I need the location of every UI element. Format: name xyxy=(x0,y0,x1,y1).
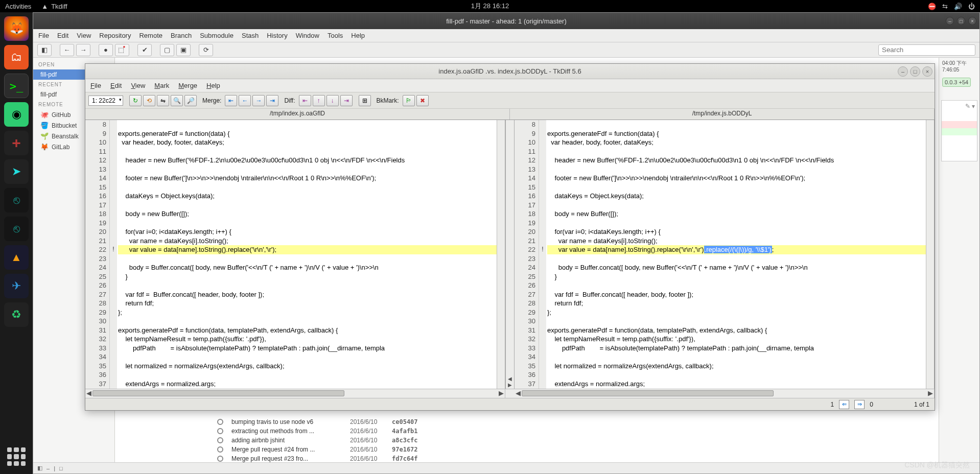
left-vscrollbar[interactable] xyxy=(497,120,505,389)
dock-telegram-icon[interactable]: ✈ xyxy=(4,274,29,298)
git-menu-repository[interactable]: Repository xyxy=(99,32,131,39)
dock-terminal-icon[interactable]: >_ xyxy=(4,74,29,98)
git-menu-file[interactable]: File xyxy=(38,32,49,39)
git-edit-icon[interactable]: ✎ ▾ xyxy=(965,103,975,110)
right-vscrollbar[interactable] xyxy=(926,120,934,389)
git-diff-badge[interactable]: 0.0.3 +54 xyxy=(942,78,971,87)
diff-next-button[interactable]: ↓ xyxy=(326,95,339,106)
merge-right-button[interactable]: → xyxy=(252,95,265,106)
diff-prev-button[interactable]: ↑ xyxy=(313,95,325,106)
commit-row[interactable]: extracting out methods from ...2016/6/10… xyxy=(217,426,418,436)
dock-gitkraken2-icon[interactable]: ⎋ xyxy=(4,217,29,241)
left-code[interactable]: exports.generateFdf = function(data) { v… xyxy=(117,120,497,389)
git-search-input[interactable] xyxy=(878,44,975,56)
status-skip-icon[interactable]: ⛔ xyxy=(928,3,936,10)
reload-button[interactable]: ↻ xyxy=(129,95,142,106)
git-status-item[interactable]: ◧ xyxy=(37,465,42,471)
commit-row[interactable]: adding airbnb jshint2016/6/10a8c3cfc xyxy=(217,436,418,445)
tkdiff-close-button[interactable]: × xyxy=(922,66,932,77)
git-menu-help[interactable]: Help xyxy=(351,32,365,39)
reload-both-button[interactable]: ⟲ xyxy=(143,95,155,106)
git-menu-window[interactable]: Window xyxy=(296,32,319,39)
tkdiff-menu-edit[interactable]: Edit xyxy=(110,82,122,89)
git-box2-button[interactable]: ▣ xyxy=(176,44,191,56)
dock-apps-grid-icon[interactable] xyxy=(4,444,29,469)
tkdiff-toolbar: 1: 22c22 ↻ ⟲ ⇋ 🔍 🔎 Merge: ⇤ ← → ⇥ Diff: … xyxy=(85,92,935,109)
tkdiff-menu-file[interactable]: File xyxy=(90,82,101,89)
split-button[interactable]: ⇋ xyxy=(157,95,169,106)
dock-gitplus-icon[interactable]: + xyxy=(4,131,29,155)
activities-button[interactable]: Activities xyxy=(5,3,31,10)
tkdiff-maximize-button[interactable]: □ xyxy=(910,66,920,77)
dock-trash-icon[interactable]: ♻ xyxy=(4,302,29,327)
sound-icon[interactable]: 🔊 xyxy=(954,3,962,10)
right-pane[interactable]: 8 9 10 11 12 13 14 15 16 17 18 19 20 21 … xyxy=(515,120,935,389)
dock-firefox-icon[interactable]: 🦊 xyxy=(4,16,29,41)
dock-files-icon[interactable]: 🗂 xyxy=(4,45,29,69)
commit-row[interactable]: bumping travis to use node v62016/6/10ce… xyxy=(217,417,418,426)
bookmark-add-button[interactable]: 🏳 xyxy=(403,95,415,106)
find-next-button[interactable]: 🔎 xyxy=(184,95,197,106)
git-minimize-button[interactable]: – xyxy=(946,17,954,25)
nav-count-left: 1 xyxy=(831,401,834,408)
dock-git-icon[interactable]: ◉ xyxy=(4,102,29,127)
diff-last-button[interactable]: ⇥ xyxy=(340,95,353,106)
git-close-button[interactable]: × xyxy=(968,17,976,25)
tkdiff-titlebar: index.js.oaGflD .vs. index.js.bODDyL - T… xyxy=(85,64,935,79)
git-menu-view[interactable]: View xyxy=(77,32,91,39)
bookmark-clear-button[interactable]: ✖ xyxy=(416,95,429,106)
left-hscrollbar[interactable]: ◀▶ xyxy=(85,389,505,398)
tkdiff-menu-mark[interactable]: Mark xyxy=(154,82,169,89)
change-selector[interactable]: 1: 22c22 xyxy=(88,96,123,106)
dock-tkdiff-icon[interactable]: ▲ xyxy=(4,245,29,270)
center-button[interactable]: ⊞ xyxy=(359,95,371,106)
git-menu-tools[interactable]: Tools xyxy=(328,32,343,39)
right-hscrollbar[interactable]: ◀▶ xyxy=(515,389,935,398)
git-sidebar-toggle[interactable]: ◧ xyxy=(37,44,52,56)
git-status-item-2[interactable]: – xyxy=(46,465,50,471)
git-checkmark-button[interactable]: ✔ xyxy=(137,44,152,56)
tkdiff-column-headers: /tmp/index.js.oaGflD /tmp/index.js.bODDy… xyxy=(85,109,935,120)
dock-gitkraken-icon[interactable]: ⎋ xyxy=(4,188,29,212)
right-file-path: /tmp/index.js.bODDyL xyxy=(510,109,935,120)
git-maximize-button[interactable]: □ xyxy=(957,17,965,25)
tkdiff-minimize-button[interactable]: – xyxy=(898,66,908,77)
clock[interactable]: 1月 28 16:12 xyxy=(471,2,509,11)
merge-left-button[interactable]: ← xyxy=(239,95,251,106)
tkdiff-menu-help[interactable]: Help xyxy=(206,82,220,89)
git-menu-stash[interactable]: Stash xyxy=(242,32,259,39)
git-menu-edit[interactable]: Edit xyxy=(57,32,68,39)
git-box1-button[interactable]: ▢ xyxy=(160,44,174,56)
tkdiff-menu-view[interactable]: View xyxy=(131,82,145,89)
git-commit-button[interactable]: ● xyxy=(99,44,113,56)
pane-separator[interactable]: ◀▶ xyxy=(505,120,515,389)
find-button[interactable]: 🔍 xyxy=(171,95,183,106)
active-app[interactable]: ▲ Tkdiff xyxy=(41,3,67,10)
nav-next-button[interactable]: ⇒ xyxy=(854,400,865,409)
left-line-numbers: 8 9 10 11 12 13 14 15 16 17 18 19 20 21 … xyxy=(85,120,110,389)
git-status-item-3[interactable]: | xyxy=(54,465,55,471)
tkdiff-menu-merge[interactable]: Merge xyxy=(178,82,197,89)
merge-right-last-button[interactable]: ⇥ xyxy=(266,95,278,106)
nav-prev-button[interactable]: ⇐ xyxy=(839,400,849,409)
git-statusbar: ◧ – | □ xyxy=(33,462,979,473)
git-menu-submodule[interactable]: Submodule xyxy=(200,32,234,39)
git-stash-button[interactable]: ⬚ xyxy=(115,44,129,56)
left-pane[interactable]: 8 9 10 11 12 13 14 15 16 17 18 19 20 21 … xyxy=(85,120,505,389)
git-forward-button[interactable]: → xyxy=(76,44,90,56)
beanstalk-icon: 🌱 xyxy=(40,132,49,140)
git-refresh-button[interactable]: ⟳ xyxy=(199,44,213,56)
git-menu-history[interactable]: History xyxy=(267,32,287,39)
diff-first-button[interactable]: ⇤ xyxy=(299,95,311,106)
git-menu-remote[interactable]: Remote xyxy=(139,32,162,39)
network-icon[interactable]: ⇆ xyxy=(942,3,948,10)
dock-sublime-merge-icon[interactable]: ➤ xyxy=(4,159,29,184)
git-back-button[interactable]: ← xyxy=(60,44,74,56)
git-toolbar: ◧ ← → ● ⬚ ✔ ▢ ▣ ⟳ xyxy=(33,42,979,58)
git-status-item-4[interactable]: □ xyxy=(59,465,63,471)
right-code[interactable]: exports.generateFdf = function(data) { v… xyxy=(546,120,926,389)
commit-row[interactable]: Merge pull request #24 from ...2016/6/10… xyxy=(217,445,418,454)
git-menu-branch[interactable]: Branch xyxy=(171,32,192,39)
power-icon[interactable]: ⏻ xyxy=(968,3,975,10)
merge-left-first-button[interactable]: ⇤ xyxy=(225,95,237,106)
